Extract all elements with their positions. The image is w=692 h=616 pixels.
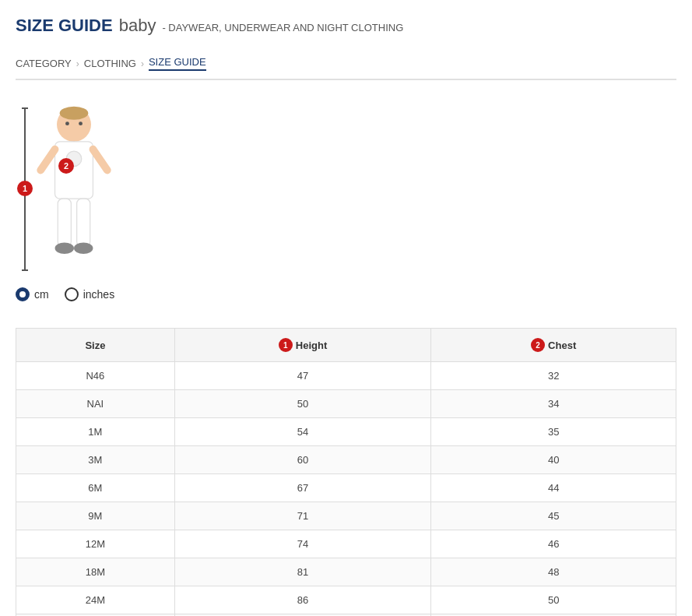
- col-header-chest: 2 Chest: [431, 329, 676, 362]
- table-row: 12M 74 46: [16, 530, 676, 558]
- table-body: N46 47 32 NAI 50 34 1M 54 35 3M 60 40 6M…: [16, 362, 676, 617]
- col-chest-badge: 2: [531, 338, 545, 352]
- cell-chest: 35: [431, 418, 676, 446]
- col-height-badge-wrap: 1 Height: [279, 338, 327, 352]
- col-header-height: 1 Height: [174, 329, 431, 362]
- cell-height: 50: [174, 390, 431, 418]
- cell-chest: 32: [431, 362, 676, 390]
- baby-figure: 1: [16, 104, 117, 275]
- cell-height: 60: [174, 446, 431, 474]
- cell-size: 9M: [16, 502, 175, 530]
- unit-cm-label: cm: [34, 288, 49, 301]
- cell-size: N46: [16, 362, 175, 390]
- image-section: 1: [16, 104, 676, 275]
- table-row: 6M 67 44: [16, 474, 676, 502]
- col-height-label: Height: [296, 340, 327, 351]
- cell-height: 74: [174, 530, 431, 558]
- cell-chest: 46: [431, 530, 676, 558]
- cell-height: 86: [174, 586, 431, 614]
- table-row: 1M 54 35: [16, 418, 676, 446]
- radio-inches[interactable]: [65, 287, 79, 301]
- breadcrumb: CATEGORY › CLOTHING › SIZE GUIDE: [16, 48, 676, 80]
- col-header-size: Size: [16, 329, 175, 362]
- svg-point-10: [74, 242, 93, 254]
- svg-rect-7: [58, 199, 71, 246]
- content-area: 1: [16, 104, 676, 616]
- table-row: N46 47 32: [16, 362, 676, 390]
- cell-chest: 34: [431, 390, 676, 418]
- unit-inches-label: inches: [83, 288, 114, 301]
- table-header-row: Size 1 Height 2 Chest: [16, 329, 676, 362]
- svg-point-3: [79, 121, 83, 125]
- title-baby: baby: [119, 16, 156, 36]
- cell-size: 18M: [16, 558, 175, 586]
- cell-size: 12M: [16, 530, 175, 558]
- table-row: 24M 86 50: [16, 586, 676, 614]
- figure-section: 1: [16, 104, 676, 301]
- svg-point-1: [60, 107, 89, 120]
- table-row: 18M 81 48: [16, 558, 676, 586]
- title-subtitle: - DAYWEAR, UNDERWEAR AND NIGHT CLOTHING: [162, 22, 403, 33]
- cell-chest: 50: [431, 586, 676, 614]
- cell-height: 47: [174, 362, 431, 390]
- unit-cm-option[interactable]: cm: [16, 287, 49, 301]
- svg-rect-8: [77, 199, 90, 246]
- cell-size: 1M: [16, 418, 175, 446]
- cell-chest: 48: [431, 558, 676, 586]
- cell-chest: 45: [431, 502, 676, 530]
- table-row: NAI 50 34: [16, 390, 676, 418]
- col-chest-label: Chest: [548, 340, 576, 351]
- breadcrumb-sep-1: ›: [76, 58, 79, 69]
- svg-line-5: [40, 150, 54, 171]
- cell-size: 24M: [16, 586, 175, 614]
- radio-cm[interactable]: [16, 287, 30, 301]
- table-row: 9M 71 45: [16, 502, 676, 530]
- svg-line-6: [93, 150, 107, 171]
- unit-toggle: cm inches: [16, 287, 676, 301]
- cell-size: 3M: [16, 446, 175, 474]
- cell-size: NAI: [16, 390, 175, 418]
- col-height-badge: 1: [279, 338, 293, 352]
- page-container: SIZE GUIDE baby - DAYWEAR, UNDERWEAR AND…: [0, 0, 692, 616]
- breadcrumb-size-guide[interactable]: SIZE GUIDE: [149, 56, 206, 71]
- unit-inches-option[interactable]: inches: [65, 287, 114, 301]
- svg-point-9: [55, 242, 74, 254]
- breadcrumb-clothing[interactable]: CLOTHING: [84, 58, 136, 69]
- size-table: Size 1 Height 2 Chest: [16, 328, 676, 616]
- cell-height: 54: [174, 418, 431, 446]
- badge-height: 1: [17, 181, 33, 196]
- breadcrumb-category[interactable]: CATEGORY: [16, 58, 72, 69]
- baby-svg: [31, 104, 117, 275]
- cell-chest: 44: [431, 474, 676, 502]
- svg-point-2: [65, 121, 69, 125]
- title-size-guide: SIZE GUIDE: [16, 16, 113, 36]
- table-row: 3M 60 40: [16, 446, 676, 474]
- cell-height: 67: [174, 474, 431, 502]
- page-title-area: SIZE GUIDE baby - DAYWEAR, UNDERWEAR AND…: [16, 16, 676, 36]
- col-chest-badge-wrap: 2 Chest: [531, 338, 576, 352]
- cell-chest: 40: [431, 446, 676, 474]
- cell-height: 71: [174, 502, 431, 530]
- breadcrumb-sep-2: ›: [141, 58, 144, 69]
- line-bottom-cap: [22, 269, 28, 271]
- cell-height: 81: [174, 558, 431, 586]
- cell-size: 6M: [16, 474, 175, 502]
- col-size-label: Size: [85, 340, 105, 351]
